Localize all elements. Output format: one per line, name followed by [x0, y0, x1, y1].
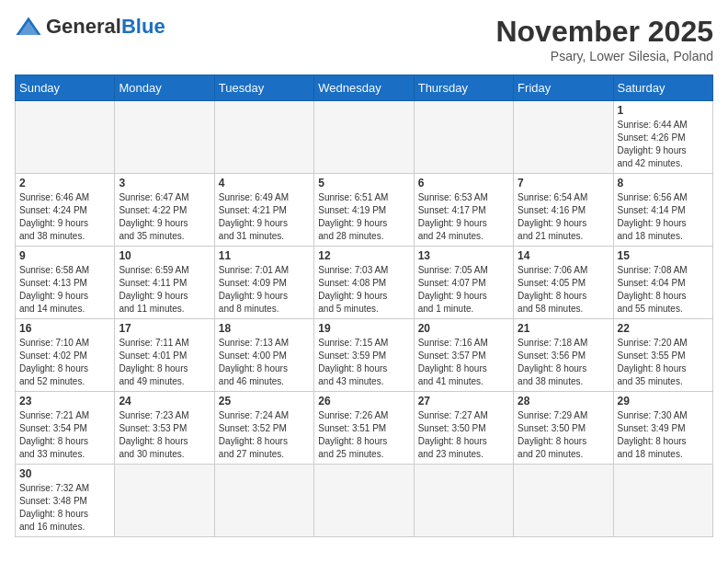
day-info: Sunrise: 7:13 AM Sunset: 4:00 PM Dayligh… — [219, 337, 310, 388]
day-info: Sunrise: 7:11 AM Sunset: 4:01 PM Dayligh… — [119, 337, 210, 388]
calendar-day-cell: 7Sunrise: 6:54 AM Sunset: 4:16 PM Daylig… — [514, 174, 613, 247]
weekday-header-friday: Friday — [514, 75, 613, 101]
day-number: 18 — [219, 322, 310, 335]
day-number: 26 — [318, 395, 409, 408]
day-info: Sunrise: 7:16 AM Sunset: 3:57 PM Dayligh… — [418, 337, 509, 388]
day-number: 19 — [318, 322, 409, 335]
logo-text: GeneralBlue — [46, 15, 165, 39]
day-number: 2 — [19, 177, 110, 190]
location: Psary, Lower Silesia, Poland — [495, 49, 713, 63]
calendar-day-cell: 26Sunrise: 7:26 AM Sunset: 3:51 PM Dayli… — [314, 392, 414, 465]
calendar-day-cell — [214, 465, 313, 537]
calendar-day-cell: 4Sunrise: 6:49 AM Sunset: 4:21 PM Daylig… — [214, 174, 313, 247]
calendar-day-cell — [16, 101, 115, 174]
weekday-header-monday: Monday — [115, 75, 214, 101]
calendar-week-row: 9Sunrise: 6:58 AM Sunset: 4:13 PM Daylig… — [16, 247, 713, 319]
calendar-day-cell — [314, 465, 414, 537]
day-info: Sunrise: 7:06 AM Sunset: 4:05 PM Dayligh… — [518, 264, 609, 316]
day-info: Sunrise: 6:47 AM Sunset: 4:22 PM Dayligh… — [119, 191, 210, 243]
day-info: Sunrise: 7:29 AM Sunset: 3:50 PM Dayligh… — [518, 409, 609, 461]
day-info: Sunrise: 6:56 AM Sunset: 4:14 PM Dayligh… — [618, 191, 709, 243]
day-number: 20 — [418, 322, 509, 335]
calendar-day-cell: 3Sunrise: 6:47 AM Sunset: 4:22 PM Daylig… — [115, 174, 214, 247]
day-info: Sunrise: 7:30 AM Sunset: 3:49 PM Dayligh… — [618, 409, 709, 461]
day-info: Sunrise: 6:51 AM Sunset: 4:19 PM Dayligh… — [318, 191, 409, 243]
day-number: 25 — [219, 395, 310, 408]
day-number: 11 — [219, 249, 310, 262]
calendar-week-row: 1Sunrise: 6:44 AM Sunset: 4:26 PM Daylig… — [16, 101, 713, 174]
day-info: Sunrise: 7:18 AM Sunset: 3:56 PM Dayligh… — [518, 337, 609, 388]
calendar-day-cell: 10Sunrise: 6:59 AM Sunset: 4:11 PM Dayli… — [115, 247, 214, 319]
calendar-day-cell: 14Sunrise: 7:06 AM Sunset: 4:05 PM Dayli… — [514, 247, 613, 319]
calendar-day-cell: 21Sunrise: 7:18 AM Sunset: 3:56 PM Dayli… — [514, 319, 613, 392]
day-number: 12 — [318, 249, 409, 262]
day-info: Sunrise: 7:01 AM Sunset: 4:09 PM Dayligh… — [219, 264, 310, 316]
calendar-day-cell: 24Sunrise: 7:23 AM Sunset: 3:53 PM Dayli… — [115, 392, 214, 465]
day-info: Sunrise: 7:10 AM Sunset: 4:02 PM Dayligh… — [19, 337, 110, 388]
calendar-day-cell — [214, 101, 313, 174]
day-number: 17 — [119, 322, 210, 335]
month-title: November 2025 — [495, 15, 713, 49]
calendar-day-cell: 27Sunrise: 7:27 AM Sunset: 3:50 PM Dayli… — [414, 392, 513, 465]
day-number: 16 — [19, 322, 110, 335]
calendar-day-cell — [115, 465, 214, 537]
weekday-header-row: SundayMondayTuesdayWednesdayThursdayFrid… — [16, 75, 713, 101]
calendar-week-row: 30Sunrise: 7:32 AM Sunset: 3:48 PM Dayli… — [16, 465, 713, 537]
weekday-header-thursday: Thursday — [414, 75, 513, 101]
day-number: 10 — [119, 249, 210, 262]
calendar-day-cell: 15Sunrise: 7:08 AM Sunset: 4:04 PM Dayli… — [613, 247, 712, 319]
day-info: Sunrise: 6:54 AM Sunset: 4:16 PM Dayligh… — [518, 191, 609, 243]
calendar-day-cell — [414, 465, 513, 537]
day-number: 4 — [219, 177, 310, 190]
header: GeneralBlue November 2025 Psary, Lower S… — [15, 15, 713, 63]
calendar-day-cell — [514, 465, 613, 537]
calendar-day-cell: 2Sunrise: 6:46 AM Sunset: 4:24 PM Daylig… — [16, 174, 115, 247]
weekday-header-wednesday: Wednesday — [314, 75, 414, 101]
calendar-day-cell: 28Sunrise: 7:29 AM Sunset: 3:50 PM Dayli… — [514, 392, 613, 465]
day-number: 7 — [518, 177, 609, 190]
day-number: 8 — [618, 177, 709, 190]
day-number: 14 — [518, 249, 609, 262]
calendar: SundayMondayTuesdayWednesdayThursdayFrid… — [15, 75, 713, 537]
calendar-day-cell: 6Sunrise: 6:53 AM Sunset: 4:17 PM Daylig… — [414, 174, 513, 247]
calendar-day-cell: 25Sunrise: 7:24 AM Sunset: 3:52 PM Dayli… — [214, 392, 313, 465]
calendar-day-cell: 19Sunrise: 7:15 AM Sunset: 3:59 PM Dayli… — [314, 319, 414, 392]
calendar-day-cell: 12Sunrise: 7:03 AM Sunset: 4:08 PM Dayli… — [314, 247, 414, 319]
calendar-day-cell: 8Sunrise: 6:56 AM Sunset: 4:14 PM Daylig… — [613, 174, 712, 247]
day-number: 9 — [19, 249, 110, 262]
weekday-header-sunday: Sunday — [16, 75, 115, 101]
calendar-day-cell: 22Sunrise: 7:20 AM Sunset: 3:55 PM Dayli… — [613, 319, 712, 392]
day-number: 1 — [618, 104, 709, 117]
day-info: Sunrise: 7:03 AM Sunset: 4:08 PM Dayligh… — [318, 264, 409, 316]
calendar-day-cell — [414, 101, 513, 174]
calendar-day-cell: 18Sunrise: 7:13 AM Sunset: 4:00 PM Dayli… — [214, 319, 313, 392]
day-number: 23 — [19, 395, 110, 408]
calendar-day-cell — [514, 101, 613, 174]
calendar-day-cell: 9Sunrise: 6:58 AM Sunset: 4:13 PM Daylig… — [16, 247, 115, 319]
calendar-day-cell: 16Sunrise: 7:10 AM Sunset: 4:02 PM Dayli… — [16, 319, 115, 392]
day-number: 27 — [418, 395, 509, 408]
day-info: Sunrise: 7:21 AM Sunset: 3:54 PM Dayligh… — [19, 409, 110, 461]
weekday-header-saturday: Saturday — [613, 75, 712, 101]
day-number: 15 — [618, 249, 709, 262]
calendar-day-cell: 17Sunrise: 7:11 AM Sunset: 4:01 PM Dayli… — [115, 319, 214, 392]
day-info: Sunrise: 6:59 AM Sunset: 4:11 PM Dayligh… — [119, 264, 210, 316]
day-info: Sunrise: 6:58 AM Sunset: 4:13 PM Dayligh… — [19, 264, 110, 316]
calendar-day-cell — [115, 101, 214, 174]
calendar-day-cell: 1Sunrise: 6:44 AM Sunset: 4:26 PM Daylig… — [613, 101, 712, 174]
calendar-week-row: 16Sunrise: 7:10 AM Sunset: 4:02 PM Dayli… — [16, 319, 713, 392]
calendar-week-row: 23Sunrise: 7:21 AM Sunset: 3:54 PM Dayli… — [16, 392, 713, 465]
day-info: Sunrise: 7:15 AM Sunset: 3:59 PM Dayligh… — [318, 337, 409, 388]
day-number: 29 — [618, 395, 709, 408]
weekday-header-tuesday: Tuesday — [214, 75, 313, 101]
calendar-day-cell: 20Sunrise: 7:16 AM Sunset: 3:57 PM Dayli… — [414, 319, 513, 392]
logo: GeneralBlue — [15, 15, 165, 39]
day-info: Sunrise: 7:23 AM Sunset: 3:53 PM Dayligh… — [119, 409, 210, 461]
day-info: Sunrise: 7:24 AM Sunset: 3:52 PM Dayligh… — [219, 409, 310, 461]
day-number: 28 — [518, 395, 609, 408]
day-info: Sunrise: 7:26 AM Sunset: 3:51 PM Dayligh… — [318, 409, 409, 461]
calendar-day-cell: 30Sunrise: 7:32 AM Sunset: 3:48 PM Dayli… — [16, 465, 115, 537]
calendar-day-cell — [613, 465, 712, 537]
calendar-day-cell: 5Sunrise: 6:51 AM Sunset: 4:19 PM Daylig… — [314, 174, 414, 247]
day-info: Sunrise: 6:44 AM Sunset: 4:26 PM Dayligh… — [618, 119, 709, 170]
